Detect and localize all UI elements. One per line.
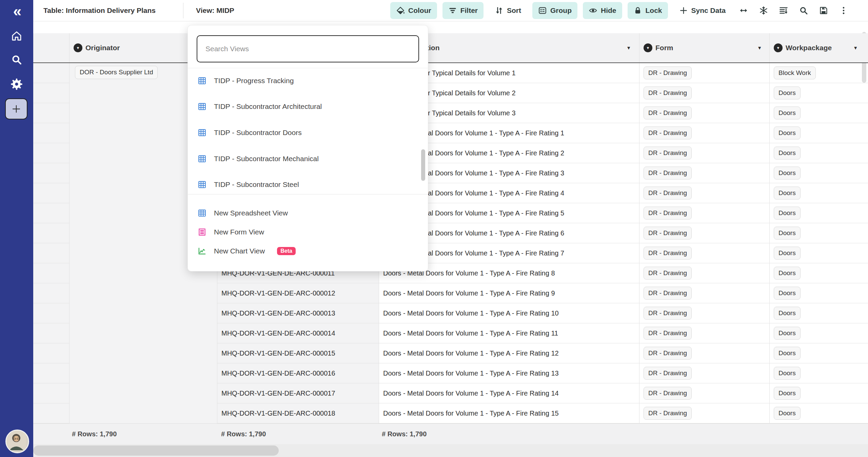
workpackage-cell[interactable]: Doors bbox=[770, 403, 868, 423]
search-button[interactable] bbox=[798, 4, 809, 17]
save-button[interactable] bbox=[818, 4, 829, 17]
column-menu-caret[interactable]: ▼ bbox=[757, 33, 762, 62]
workpackage-cell[interactable]: Doors bbox=[770, 123, 868, 143]
collapse-sidebar-button[interactable]: « bbox=[0, 3, 33, 19]
view-title[interactable]: View: MIDP bbox=[196, 0, 234, 21]
arrows-horizontal-button[interactable] bbox=[738, 4, 749, 17]
column-header-workpackage[interactable]: ▼ Workpackage ▼ bbox=[770, 33, 868, 62]
row-gutter-cell[interactable] bbox=[33, 163, 69, 183]
description-cell[interactable]: Doors - Metal Doors for Volume 1 - Type … bbox=[379, 403, 639, 423]
group-button[interactable]: Group bbox=[532, 2, 577, 19]
form-cell[interactable]: DR - Drawing bbox=[639, 63, 769, 83]
form-cell[interactable]: DR - Drawing bbox=[639, 383, 769, 403]
form-cell[interactable]: DR - Drawing bbox=[639, 323, 769, 343]
description-cell[interactable]: Doors - Metal Doors for Volume 1 - Type … bbox=[379, 283, 639, 303]
document-number-cell[interactable]: MHQ-DOR-V1-GEN-DE-ARC-000016 bbox=[217, 363, 379, 383]
workpackage-cell[interactable]: Doors bbox=[770, 163, 868, 183]
workpackage-cell[interactable]: Doors bbox=[770, 183, 868, 203]
column-menu-caret[interactable]: ▼ bbox=[853, 33, 858, 62]
workpackage-cell[interactable]: Doors bbox=[770, 303, 868, 323]
sort-button[interactable]: Sort bbox=[489, 2, 527, 19]
workpackage-cell[interactable]: Doors bbox=[770, 203, 868, 223]
views-search-input[interactable] bbox=[197, 35, 419, 62]
view-item-tidp-subcontractor-architectural[interactable]: TIDP - Subcontractor Architectural bbox=[188, 93, 422, 119]
workpackage-cell[interactable]: Doors bbox=[770, 83, 868, 103]
description-cell[interactable]: Doors - Metal Doors for Volume 1 - Type … bbox=[379, 383, 639, 403]
description-cell[interactable]: Doors - Metal Doors for Volume 1 - Type … bbox=[379, 303, 639, 323]
workpackage-cell[interactable]: Doors bbox=[770, 243, 868, 263]
view-item-tidp-subcontractor-doors[interactable]: TIDP - Subcontractor Doors bbox=[188, 119, 422, 146]
view-item-tidp-subcontractor-mechanical[interactable]: TIDP - Subcontractor Mechanical bbox=[188, 146, 422, 172]
description-cell[interactable]: Doors - Metal Doors for Volume 1 - Type … bbox=[379, 363, 639, 383]
form-cell[interactable]: DR - Drawing bbox=[639, 223, 769, 243]
row-gutter-cell[interactable] bbox=[33, 403, 69, 423]
description-cell[interactable]: Doors - Metal Doors for Volume 1 - Type … bbox=[379, 343, 639, 363]
document-number-cell[interactable]: MHQ-DOR-V1-GEN-DE-ARC-000018 bbox=[217, 403, 379, 423]
document-number-cell[interactable]: MHQ-DOR-V1-GEN-DE-ARC-000015 bbox=[217, 343, 379, 363]
workpackage-cell[interactable]: Doors bbox=[770, 143, 868, 163]
form-cell[interactable]: DR - Drawing bbox=[639, 243, 769, 263]
workpackage-cell[interactable]: Doors bbox=[770, 283, 868, 303]
sync-data-button[interactable]: Sync Data bbox=[673, 2, 732, 19]
row-gutter-cell[interactable] bbox=[33, 223, 69, 243]
row-gutter-cell[interactable] bbox=[33, 263, 69, 283]
workpackage-cell[interactable]: Doors bbox=[770, 223, 868, 243]
lock-button[interactable]: Lock bbox=[628, 2, 668, 19]
form-cell[interactable]: DR - Drawing bbox=[639, 403, 769, 423]
view-item-tidp-progress-tracking[interactable]: TIDP - Progress Tracking bbox=[188, 68, 422, 94]
new-form-view-button[interactable]: New Form View bbox=[188, 223, 422, 241]
form-cell[interactable]: DR - Drawing bbox=[639, 183, 769, 203]
row-gutter-cell[interactable] bbox=[33, 343, 69, 363]
kebab-menu-button[interactable] bbox=[838, 4, 849, 17]
workpackage-cell[interactable]: Doors bbox=[770, 383, 868, 403]
user-avatar[interactable] bbox=[5, 430, 29, 453]
horizontal-scrollbar-thumb[interactable] bbox=[33, 445, 279, 456]
filter-button[interactable]: Filter bbox=[442, 2, 484, 19]
row-gutter-cell[interactable] bbox=[33, 63, 69, 83]
form-cell[interactable]: DR - Drawing bbox=[639, 163, 769, 183]
row-gutter-cell[interactable] bbox=[33, 123, 69, 143]
form-cell[interactable]: DR - Drawing bbox=[639, 203, 769, 223]
workpackage-cell[interactable]: Doors bbox=[770, 103, 868, 123]
document-number-cell[interactable]: MHQ-DOR-V1-GEN-DE-ARC-000014 bbox=[217, 323, 379, 343]
view-item-tidp-subcontractor-steel[interactable]: TIDP - Subcontractor Steel bbox=[188, 171, 422, 197]
form-cell[interactable]: DR - Drawing bbox=[639, 83, 769, 103]
row-gutter-cell[interactable] bbox=[33, 243, 69, 263]
sidebar-item-search[interactable] bbox=[0, 52, 33, 67]
column-header-form[interactable]: ▼ Form ▼ bbox=[639, 33, 770, 62]
description-cell[interactable]: Doors - Metal Doors for Volume 1 - Type … bbox=[379, 323, 639, 343]
form-cell[interactable]: DR - Drawing bbox=[639, 363, 769, 383]
add-project-button[interactable] bbox=[5, 98, 27, 119]
row-gutter-cell[interactable] bbox=[33, 363, 69, 383]
row-gutter-cell[interactable] bbox=[33, 143, 69, 163]
new-chart-view-button[interactable]: New Chart ViewBeta bbox=[188, 242, 422, 260]
row-gutter-cell[interactable] bbox=[33, 203, 69, 223]
freeze-button[interactable] bbox=[758, 4, 769, 17]
workpackage-cell[interactable]: Doors bbox=[770, 343, 868, 363]
colour-button[interactable]: Colour bbox=[390, 2, 437, 19]
row-gutter-cell[interactable] bbox=[33, 183, 69, 203]
document-number-cell[interactable]: MHQ-DOR-V1-GEN-DE-ARC-000012 bbox=[217, 283, 379, 303]
document-number-cell[interactable]: MHQ-DOR-V1-GEN-DE-ARC-000017 bbox=[217, 383, 379, 403]
row-height-button[interactable] bbox=[778, 4, 789, 17]
form-cell[interactable]: DR - Drawing bbox=[639, 263, 769, 283]
form-cell[interactable]: DR - Drawing bbox=[639, 343, 769, 363]
form-cell[interactable]: DR - Drawing bbox=[639, 123, 769, 143]
horizontal-scrollbar[interactable] bbox=[33, 444, 868, 457]
workpackage-cell[interactable]: Doors bbox=[770, 363, 868, 383]
row-gutter-cell[interactable] bbox=[33, 383, 69, 403]
row-gutter-cell[interactable] bbox=[33, 83, 69, 103]
row-gutter-cell[interactable] bbox=[33, 323, 69, 343]
document-number-cell[interactable]: MHQ-DOR-V1-GEN-DE-ARC-000013 bbox=[217, 303, 379, 323]
sidebar-item-home[interactable] bbox=[0, 28, 33, 43]
row-gutter-cell[interactable] bbox=[33, 103, 69, 123]
sidebar-item-settings[interactable] bbox=[0, 77, 33, 92]
views-scrollbar-thumb[interactable] bbox=[421, 149, 425, 181]
row-gutter-header[interactable] bbox=[33, 33, 70, 62]
form-cell[interactable]: DR - Drawing bbox=[639, 283, 769, 303]
hide-button[interactable]: Hide bbox=[583, 2, 622, 19]
workpackage-cell[interactable]: Doors bbox=[770, 263, 868, 283]
column-menu-caret[interactable]: ▼ bbox=[626, 33, 631, 62]
form-cell[interactable]: DR - Drawing bbox=[639, 303, 769, 323]
workpackage-cell[interactable]: Doors bbox=[770, 323, 868, 343]
